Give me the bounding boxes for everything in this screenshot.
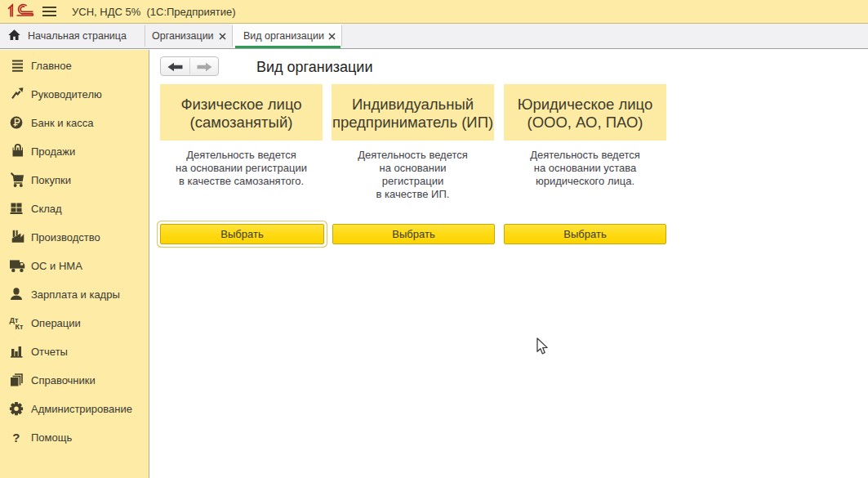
svg-text:?: ?: [12, 431, 20, 444]
svg-text:Кт: Кт: [16, 323, 24, 330]
